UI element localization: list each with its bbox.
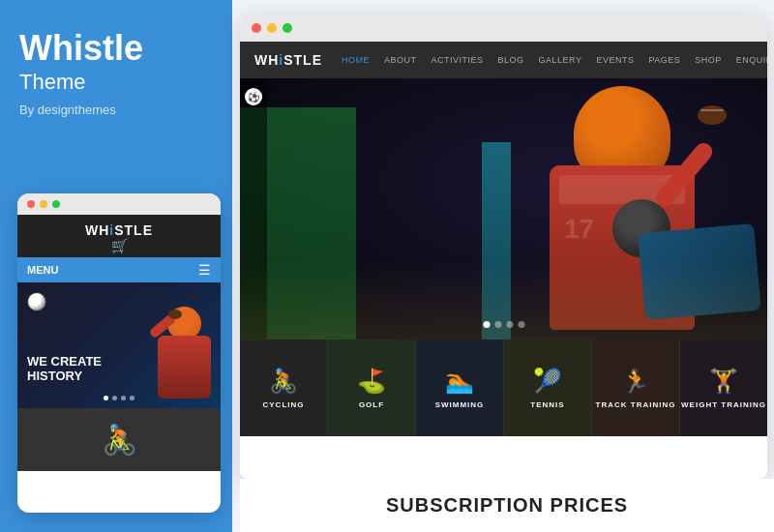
hamburger-icon[interactable]: ☰ bbox=[198, 262, 211, 278]
mobile-cart-icon: 🛒 bbox=[17, 238, 221, 253]
browser-hero: ⚽ 17 bbox=[240, 78, 767, 340]
browser-logo: WHiSTLE bbox=[254, 52, 322, 68]
mobile-mockup: WHiSTLE 🛒 MENU ☰ WE CREATE HISTORY bbox=[17, 193, 221, 513]
mobile-hero-text: WE CREATE HISTORY bbox=[27, 354, 102, 384]
hero-slider-dots bbox=[483, 321, 524, 328]
nav-home[interactable]: HOME bbox=[342, 55, 370, 65]
browser-logo-highlight: i bbox=[279, 52, 283, 68]
theme-subtitle: Theme bbox=[19, 70, 213, 95]
sports-bar: 🚴 CYCLING ⛳ GOLF 🏊 SWIMMING 🎾 TENNIS 🏃 T… bbox=[240, 340, 767, 436]
sport-swimming[interactable]: 🏊 SWIMMING bbox=[416, 340, 504, 436]
slide-dot-3[interactable] bbox=[506, 321, 513, 328]
mobile-header: WHiSTLE 🛒 bbox=[17, 215, 221, 257]
slide-dot-1[interactable] bbox=[483, 321, 490, 328]
nav-activities[interactable]: ACTIVITIES bbox=[432, 55, 484, 65]
browser-dot-green bbox=[283, 23, 292, 33]
nav-blog[interactable]: BLOG bbox=[498, 55, 524, 65]
mobile-logo-highlight: i bbox=[109, 222, 114, 238]
browser-mockup: WHiSTLE HOME ABOUT ACTIVITIES BLOG GALLE… bbox=[240, 15, 767, 479]
player-body bbox=[158, 336, 211, 399]
jersey-number: 17 bbox=[564, 214, 594, 245]
sport-track[interactable]: 🏃 TRACK TRAINING bbox=[592, 340, 680, 436]
mobile-hero: WE CREATE HISTORY bbox=[17, 282, 221, 408]
mobile-menu-label: MENU bbox=[27, 264, 58, 276]
swimming-icon: 🏊 bbox=[445, 368, 474, 395]
sidebar-soccer-icon: ⚽ bbox=[245, 88, 262, 105]
track-icon: 🏃 bbox=[621, 368, 650, 395]
browser-dot-red bbox=[252, 23, 261, 33]
cycling-label: CYCLING bbox=[263, 400, 305, 409]
subscription-title: SUBSCRIPTION PRICES bbox=[386, 494, 628, 517]
browser-nav: WHiSTLE HOME ABOUT ACTIVITIES BLOG GALLE… bbox=[240, 42, 767, 78]
dot-1 bbox=[104, 396, 108, 400]
by-line: By designthemes bbox=[19, 103, 213, 117]
browser-dot-yellow bbox=[267, 23, 277, 33]
sport-tennis[interactable]: 🎾 TENNIS bbox=[504, 340, 592, 436]
sport-golf[interactable]: ⛳ GOLF bbox=[328, 340, 416, 436]
sport-weight[interactable]: 🏋 WEIGHT TRAINING bbox=[680, 340, 767, 436]
football-ball bbox=[698, 105, 727, 125]
dot-4 bbox=[130, 396, 134, 400]
mobile-dots-nav bbox=[104, 396, 134, 400]
golf-icon: ⛳ bbox=[357, 368, 386, 395]
mobile-window-dots bbox=[17, 193, 221, 215]
dot-green bbox=[52, 200, 60, 208]
dot-2 bbox=[112, 396, 117, 400]
nav-enquiry[interactable]: ENQUIRY bbox=[736, 55, 767, 65]
nav-shop[interactable]: SHOP bbox=[695, 55, 722, 65]
cycling-icon: 🚴 bbox=[269, 368, 298, 395]
browser-nav-links: HOME ABOUT ACTIVITIES BLOG GALLERY EVENT… bbox=[342, 55, 767, 65]
track-label: TRACK TRAINING bbox=[596, 400, 676, 409]
dot-yellow bbox=[40, 200, 47, 208]
dot-red bbox=[27, 200, 35, 208]
browser-window-dots bbox=[240, 15, 767, 42]
nav-gallery[interactable]: GALLERY bbox=[539, 55, 582, 65]
mobile-soccer-ball-icon bbox=[27, 292, 46, 311]
nav-events[interactable]: EVENTS bbox=[596, 55, 634, 65]
hero-line2: HISTORY bbox=[27, 369, 102, 384]
mobile-cycling-section: 🚴 bbox=[17, 408, 221, 471]
subscription-section: SUBSCRIPTION PRICES bbox=[240, 479, 774, 532]
mobile-cycling-icon: 🚴 bbox=[32, 423, 206, 457]
mobile-menu-bar[interactable]: MENU ☰ bbox=[17, 257, 221, 282]
slide-dot-4[interactable] bbox=[518, 321, 524, 328]
swimming-label: SWIMMING bbox=[435, 400, 485, 409]
dot-3 bbox=[121, 396, 126, 400]
golf-label: GOLF bbox=[359, 400, 384, 409]
slide-dot-2[interactable] bbox=[494, 321, 501, 328]
tennis-icon: 🎾 bbox=[533, 368, 562, 395]
weight-label: WEIGHT TRAINING bbox=[681, 400, 766, 409]
theme-title: Whistle bbox=[19, 29, 213, 68]
football-lace bbox=[700, 109, 724, 111]
hero-line1: WE CREATE bbox=[27, 354, 102, 369]
weight-icon: 🏋 bbox=[709, 368, 738, 395]
nav-about[interactable]: ABOUT bbox=[384, 55, 417, 65]
tennis-label: TENNIS bbox=[530, 400, 564, 409]
left-panel: Whistle Theme By designthemes WHiSTLE 🛒 … bbox=[0, 0, 232, 532]
sport-cycling[interactable]: 🚴 CYCLING bbox=[240, 340, 328, 436]
mobile-logo: WHiSTLE bbox=[17, 222, 221, 238]
nav-pages[interactable]: PAGES bbox=[648, 55, 680, 65]
stadium-glow bbox=[240, 262, 767, 340]
mobile-player bbox=[143, 302, 216, 408]
football bbox=[168, 310, 182, 319]
